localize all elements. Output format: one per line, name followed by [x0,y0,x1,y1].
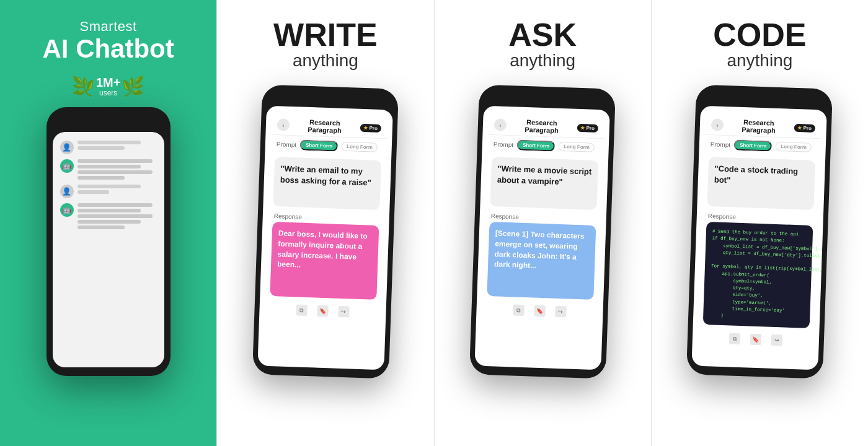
bookmark-icon-3[interactable]: 🔖 [534,305,546,317]
phone-mockup-2: ‹ Research Paragraph ★ Pro Prompt Short … [252,84,399,378]
user-avatar-2: 👤 [60,185,74,198]
write-title: WRITE anything [273,19,378,71]
response-box-2: Dear boss, I would like to formally inqu… [270,222,379,300]
user-bubble-2 [78,185,157,194]
panel-ask: ASK anything ‹ Research Paragraph ★ Pro … [434,0,651,446]
response-box-4: # Send the buy order to the api if df_bu… [703,222,813,328]
chat-row-bot-1: 🤖 [60,159,157,180]
share-icon-2[interactable]: ↪ [338,306,350,318]
prompt-label-3: Prompt [494,141,514,148]
panel-hero: Smartest AI Chatbot 🌿 1M+ users 🌿 👤 [0,0,216,446]
phone-wrapper-2: ‹ Research Paragraph ★ Pro Prompt Short … [245,83,406,380]
prompt-box-3: "Write me a movie script about a vampire… [490,157,599,210]
users-badge: 🌿 1M+ users 🌿 [72,76,144,97]
ask-title: ASK anything [508,19,577,71]
phone-screen-2: ‹ Research Paragraph ★ Pro Prompt Short … [257,106,393,370]
phone-notch-3 [528,95,566,106]
phone-wrapper-4: ‹ Research Paragraph ★ Pro Prompt Short … [679,83,840,380]
back-button-4[interactable]: ‹ [711,118,724,131]
phone-notch [87,116,130,128]
phone-mockup-3: ‹ Research Paragraph ★ Pro Prompt Short … [469,84,616,378]
bot-avatar-1: 🤖 [60,159,74,173]
hero-text: Smartest AI Chatbot [42,19,174,63]
pro-star-3: ★ [581,125,585,131]
ask-main: ASK [508,19,577,51]
back-button-3[interactable]: ‹ [494,118,507,131]
phone-mockup-1: 👤 🤖 [46,107,170,376]
chat-messages: 👤 🤖 [58,138,159,232]
app-footer-3: ⧉ 🔖 ↪ [481,299,598,324]
bot-bubble-2 [78,203,157,229]
code-title: CODE anything [713,19,806,71]
pro-star-4: ★ [798,125,802,131]
prompt-box-4: "Code a stock trading bot" [707,157,816,210]
long-form-btn-3[interactable]: Long Form [559,142,595,152]
badge-users: users [99,89,117,97]
panel-code: CODE anything ‹ Research Paragraph ★ Pro… [651,0,868,446]
short-form-btn-3[interactable]: Short Form [517,139,556,151]
app-footer-2: ⧉ 🔖 ↪ [264,299,381,324]
write-main: WRITE [273,19,378,51]
pro-badge-3: ★ Pro [577,123,598,132]
short-form-btn-4[interactable]: Short Form [734,139,773,151]
phone-wrapper-3: ‹ Research Paragraph ★ Pro Prompt Short … [462,83,623,380]
prompt-label-4: Prompt [711,141,731,148]
pro-text-2: Pro [369,125,378,131]
main-title: AI Chatbot [42,35,174,63]
write-sub: anything [273,51,378,71]
phone-notch-2 [311,95,349,106]
badge-number: 1M+ [96,76,120,89]
share-icon-3[interactable]: ↪ [555,306,567,318]
user-bubble-1 [78,141,157,150]
app-title-2: Research Paragraph [293,118,356,135]
long-form-btn-2[interactable]: Long Form [342,142,378,152]
tagline: Smartest [42,19,174,35]
response-box-3: [Scene 1] Two characters emerge on set, … [487,222,596,300]
panel-write: WRITE anything ‹ Research Paragraph ★ Pr… [216,0,433,446]
chat-row-user-2: 👤 [60,185,157,198]
pro-text-4: Pro [804,125,812,131]
copy-icon-2[interactable]: ⧉ [296,304,308,316]
app-title-3: Research Paragraph [510,118,574,135]
pro-badge-4: ★ Pro [794,123,816,132]
pro-star-2: ★ [363,125,368,131]
app-title-4: Research Paragraph [727,118,790,135]
share-icon-4[interactable]: ↪ [771,334,783,346]
phone-mockup-4: ‹ Research Paragraph ★ Pro Prompt Short … [686,84,833,378]
app-toolbar-3: Prompt Short Form Long Form [487,135,604,157]
chat-row-bot-2: 🤖 [60,203,157,229]
app-footer-4: ⧉ 🔖 ↪ [698,327,815,352]
long-form-btn-4[interactable]: Long Form [776,142,812,152]
code-sub: anything [713,51,806,71]
user-avatar-1: 👤 [60,141,74,154]
laurel-left-icon: 🌿 [72,76,95,97]
bookmark-icon-2[interactable]: 🔖 [317,305,329,317]
copy-icon-4[interactable]: ⧉ [729,333,741,345]
bot-avatar-2: 🤖 [60,203,74,217]
app-toolbar-4: Prompt Short Form Long Form [704,135,822,157]
ask-sub: anything [508,51,577,71]
pro-text-3: Pro [587,125,595,131]
prompt-label-2: Prompt [277,141,297,148]
phone-notch-4 [746,95,784,106]
laurel-right-icon: 🌿 [122,76,144,97]
pro-badge-2: ★ Pro [360,123,381,132]
code-main: CODE [713,19,806,51]
phone-screen-4: ‹ Research Paragraph ★ Pro Prompt Short … [692,106,828,370]
phone-screen-1: 👤 🤖 [53,132,164,367]
back-button-2[interactable]: ‹ [277,118,290,131]
copy-icon-3[interactable]: ⧉ [513,304,525,316]
prompt-box-2: "Write an email to my boss asking for a … [273,157,381,210]
short-form-btn-2[interactable]: Short Form [300,139,339,151]
chat-row-user-1: 👤 [60,141,157,154]
bot-bubble-1 [78,159,157,180]
phone-screen-3: ‹ Research Paragraph ★ Pro Prompt Short … [475,106,611,370]
bookmark-icon-4[interactable]: 🔖 [750,334,762,346]
app-toolbar-2: Prompt Short Form Long Form [270,135,387,157]
